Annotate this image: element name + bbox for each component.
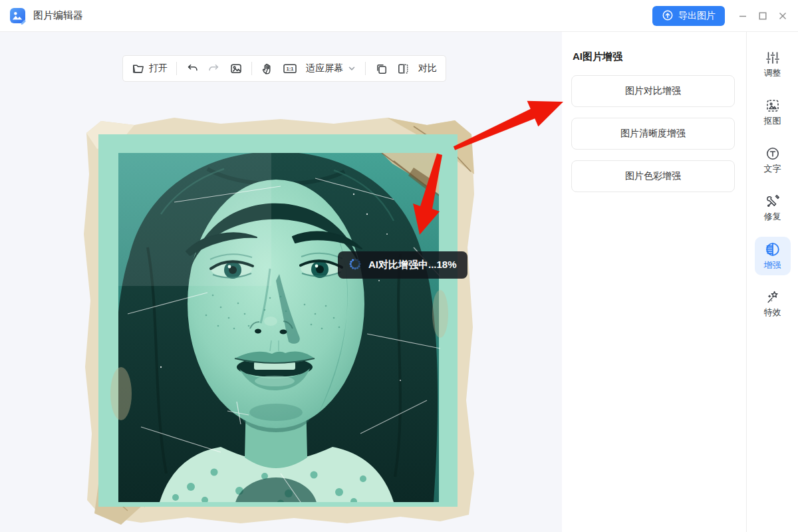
- export-label: 导出图片: [678, 10, 716, 22]
- export-image-button[interactable]: 导出图片: [652, 6, 725, 26]
- duplicate-icon[interactable]: [374, 62, 388, 75]
- effects-icon: [765, 290, 780, 305]
- color-enhance-button[interactable]: 图片色彩增强: [571, 160, 735, 192]
- progress-toast-text: AI对比增强中...18%: [368, 259, 457, 271]
- sidebar-label: 抠图: [764, 115, 781, 127]
- sidebar-label: 特效: [764, 307, 781, 319]
- progress-toast: AI对比增强中...18%: [338, 251, 467, 279]
- sliders-icon: [765, 51, 780, 65]
- actual-size-label: 1:1: [287, 66, 294, 72]
- maximize-icon[interactable]: [753, 6, 773, 26]
- undo-icon[interactable]: [186, 62, 199, 75]
- sidebar-item-repair[interactable]: 修复: [755, 189, 791, 227]
- ai-enhance-panel: AI图片增强 图片对比增强 图片清晰度增强 图片色彩增强: [562, 32, 746, 532]
- sidebar-item-cutout[interactable]: 抠图: [755, 93, 791, 132]
- sidebar-item-effects[interactable]: 特效: [755, 285, 791, 323]
- panel-title: AI图片增强: [573, 51, 735, 63]
- redo-icon[interactable]: [207, 62, 221, 75]
- sidebar-item-text[interactable]: 文字: [755, 141, 791, 180]
- app-logo-icon: [9, 7, 27, 25]
- open-file-button[interactable]: 打开: [132, 62, 168, 75]
- clarity-enhance-button[interactable]: 图片清晰度增强: [571, 118, 735, 150]
- sidebar-label: 文字: [764, 163, 781, 175]
- toolbar-divider: [176, 62, 177, 75]
- window-controls: [733, 0, 793, 32]
- contrast-enhance-button[interactable]: 图片对比增强: [571, 75, 735, 107]
- compare-label: 对比: [418, 63, 437, 74]
- export-icon: [662, 9, 674, 23]
- fit-screen-dropdown[interactable]: 适应屏幕: [306, 63, 356, 74]
- enhance-icon: [765, 241, 781, 257]
- loading-spinner-icon: [348, 257, 362, 273]
- fit-screen-label: 适应屏幕: [306, 63, 343, 74]
- open-label: 打开: [149, 63, 168, 74]
- sidebar-label: 调整: [764, 67, 781, 79]
- sidebar-item-enhance[interactable]: 增强: [755, 237, 791, 275]
- cutout-icon: [765, 98, 780, 113]
- actual-size-button[interactable]: 1:1: [283, 62, 297, 75]
- sidebar-label: 增强: [764, 259, 781, 271]
- close-icon[interactable]: [773, 6, 793, 26]
- canvas-toolbar: 打开: [122, 55, 446, 82]
- sidebar-label: 修复: [764, 211, 781, 223]
- compare-split-icon[interactable]: [396, 62, 410, 75]
- sidebar-item-adjust[interactable]: 调整: [755, 45, 791, 84]
- app-title: 图片编辑器: [33, 9, 83, 22]
- image-icon[interactable]: [229, 62, 243, 75]
- minimize-icon[interactable]: [733, 6, 753, 26]
- editor-canvas: 打开: [0, 32, 562, 532]
- title-bar: 图片编辑器 导出图片: [0, 0, 798, 32]
- text-icon: [765, 146, 780, 161]
- main-area: 打开: [0, 32, 798, 532]
- tool-sidebar: 调整 抠图 文字: [746, 32, 798, 532]
- chevron-down-icon: [347, 64, 356, 73]
- toolbar-divider: [365, 62, 366, 75]
- canvas-image[interactable]: [81, 114, 476, 526]
- compare-button[interactable]: 对比: [418, 63, 437, 74]
- pan-hand-icon[interactable]: [261, 62, 274, 75]
- repair-icon: [765, 194, 780, 209]
- toolbar-divider: [251, 62, 252, 75]
